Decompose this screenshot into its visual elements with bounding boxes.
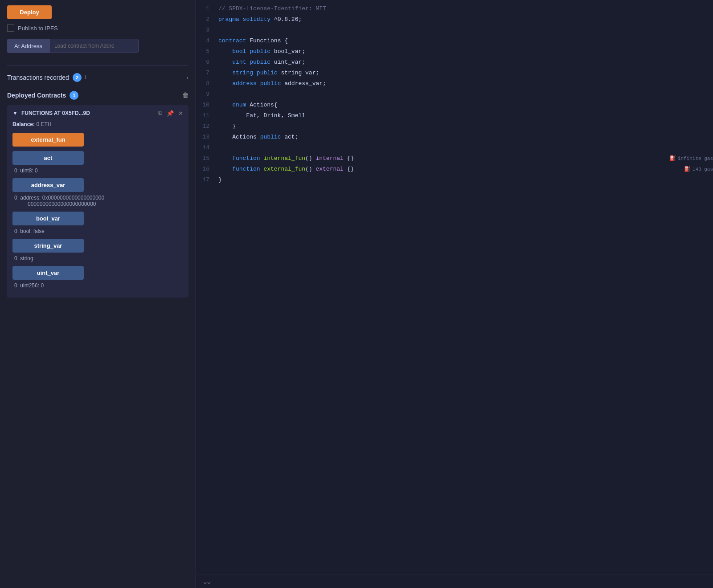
string-var-button[interactable]: string_var (12, 239, 84, 253)
code-line-6: 6 uint public uint_var; (196, 57, 713, 68)
gas-pump-icon: ⛽ (669, 154, 676, 163)
line-number-2: 2 (196, 15, 218, 24)
at-address-row: At Address (7, 39, 188, 53)
line-number-1: 1 (196, 4, 218, 14)
address-return-line2: 00000000000000000000000 (28, 201, 96, 207)
publish-label: Publish to IPFS (18, 25, 58, 32)
code-line-10: 10 enum Actions{ (196, 100, 713, 110)
divider-1 (7, 65, 188, 66)
code-line-16: 16 function external_fun() external {}⛽1… (196, 164, 713, 175)
line-number-13: 13 (196, 132, 218, 142)
string-return-value: 0: string: (14, 255, 183, 261)
contract-icons: ⧉ 📌 ✕ (158, 110, 183, 117)
code-line-7: 7 string public string_var; (196, 68, 713, 78)
uint-var-button[interactable]: uint_var (12, 266, 84, 280)
code-line-12: 12 } (196, 121, 713, 132)
pin-button[interactable]: 📌 (167, 110, 174, 117)
info-icon[interactable]: i (85, 74, 86, 81)
line-number-9: 9 (196, 90, 218, 99)
line-content-5: bool public bool_var; (218, 47, 713, 57)
line-content-10: enum Actions{ (218, 100, 713, 110)
line-number-10: 10 (196, 100, 218, 110)
balance-row: Balance: 0 ETH (12, 121, 183, 127)
copy-address-button[interactable]: ⧉ (158, 110, 162, 117)
bool-var-button[interactable]: bool_var (12, 212, 84, 225)
code-line-9: 9 (196, 89, 713, 100)
gas-info-16: ⛽143 gas (675, 164, 713, 174)
line-content-16: function external_fun() external {} (218, 164, 675, 174)
line-content-2: pragma solidity ^0.8.26; (218, 15, 713, 24)
code-line-4: 4contract Functions { (196, 36, 713, 46)
at-address-input[interactable] (49, 39, 139, 53)
line-number-16: 16 (196, 164, 218, 174)
line-content-8: address public address_var; (218, 79, 713, 89)
line-number-8: 8 (196, 79, 218, 89)
code-line-8: 8 address public address_var; (196, 78, 713, 89)
line-content-15: function internal_fun() internal {} (218, 154, 660, 163)
code-line-13: 13 Actions public act; (196, 132, 713, 143)
bottom-bar: ⌄⌄ (196, 575, 713, 588)
line-number-7: 7 (196, 68, 218, 78)
code-editor: 1// SPDX-License-Identifier: MIT2pragma … (196, 0, 713, 588)
transactions-badge: 2 (73, 73, 82, 82)
line-number-14: 14 (196, 143, 218, 153)
line-content-17: } (218, 175, 713, 185)
line-content-7: string public string_var; (218, 68, 713, 78)
line-number-4: 4 (196, 36, 218, 46)
gas-value: 143 gas (693, 164, 713, 174)
code-line-17: 17} (196, 175, 713, 185)
contract-name: FUNCTIONS AT 0X5FD...9D (21, 110, 90, 116)
line-content-11: Eat, Drink, Smell (218, 111, 713, 121)
deploy-button[interactable]: Deploy (7, 5, 52, 19)
line-number-12: 12 (196, 122, 218, 131)
close-contract-button[interactable]: ✕ (178, 110, 183, 117)
gas-info-15: ⛽infinite gas (660, 154, 713, 163)
deployed-contracts-header: Deployed Contracts 1 🗑 (7, 91, 188, 100)
act-return-value: 0: uint8: 0 (14, 167, 183, 174)
left-panel: Deploy Publish to IPFS At Address Transa… (0, 0, 196, 588)
transactions-expand-icon[interactable]: › (186, 74, 188, 81)
act-button[interactable]: act (12, 151, 84, 165)
line-number-11: 11 (196, 111, 218, 121)
line-number-17: 17 (196, 175, 218, 185)
at-address-button[interactable]: At Address (7, 39, 49, 53)
line-number-15: 15 (196, 154, 218, 163)
line-content-13: Actions public act; (218, 132, 713, 142)
line-number-3: 3 (196, 25, 218, 35)
balance-label: Balance: (12, 121, 35, 127)
contract-card: ▼ FUNCTIONS AT 0X5FD...9D ⧉ 📌 ✕ Balance:… (7, 105, 188, 298)
deployed-count-badge: 1 (70, 91, 78, 100)
line-number-5: 5 (196, 47, 218, 57)
publish-row: Publish to IPFS (7, 24, 188, 32)
code-lines: 1// SPDX-License-Identifier: MIT2pragma … (196, 4, 713, 185)
line-content-1: // SPDX-License-Identifier: MIT (218, 4, 713, 14)
code-line-3: 3 (196, 25, 713, 36)
bool-return-value: 0: bool: false (14, 228, 183, 234)
gas-pump-icon: ⛽ (684, 164, 691, 174)
transactions-row: Transactions recorded 2 i › (7, 73, 188, 82)
trash-icon[interactable]: 🗑 (182, 92, 188, 99)
address-return-value: 0: address: 0x0000000000000000000 000000… (14, 195, 183, 207)
address-var-button[interactable]: address_var (12, 178, 84, 192)
uint-return-value: 0: uint256: 0 (14, 282, 183, 289)
gas-value: infinite gas (678, 154, 713, 163)
external-fun-button[interactable]: external_fun (12, 133, 84, 147)
line-number-6: 6 (196, 57, 218, 67)
deployed-label: Deployed Contracts (7, 92, 66, 99)
balance-value: 0 ETH (36, 121, 51, 127)
code-line-11: 11 Eat, Drink, Smell (196, 110, 713, 121)
code-line-2: 2pragma solidity ^0.8.26; (196, 14, 713, 25)
publish-ipfs-checkbox[interactable] (7, 24, 14, 32)
expand-icon[interactable]: ⌄⌄ (203, 578, 211, 585)
contract-toggle-icon[interactable]: ▼ (12, 110, 18, 116)
contract-header: ▼ FUNCTIONS AT 0X5FD...9D ⧉ 📌 ✕ (12, 110, 183, 117)
line-content-6: uint public uint_var; (218, 57, 713, 67)
address-return-line1: 0: address: 0x0000000000000000000 (14, 195, 104, 201)
code-line-15: 15 function internal_fun() internal {}⛽i… (196, 153, 713, 164)
code-line-5: 5 bool public bool_var; (196, 46, 713, 57)
line-content-12: } (218, 122, 713, 131)
transactions-label: Transactions recorded (7, 74, 69, 81)
code-line-1: 1// SPDX-License-Identifier: MIT (196, 4, 713, 14)
code-line-14: 14 (196, 143, 713, 153)
line-content-4: contract Functions { (218, 36, 713, 46)
